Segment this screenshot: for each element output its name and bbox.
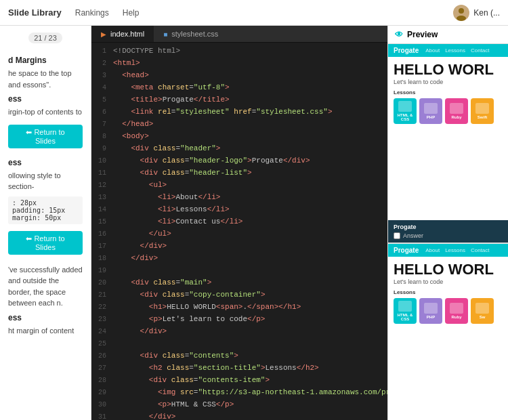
code-line: 21 <div class="copy-container"> (91, 289, 387, 301)
section-desc-3: ht margin of content (8, 325, 83, 337)
code-line: 28 <div class="contents-item"> (91, 375, 387, 387)
tab-css[interactable]: ■ stylesheet.css (154, 26, 228, 42)
preview-bottom-nav-3: Contact (471, 247, 490, 253)
top-nav: Slide Library Rankings Help Ken (... (0, 0, 508, 26)
preview-site-nav-bar: Progate About Lessons Contact (388, 44, 508, 57)
preview-bottom-nav: About Lessons Contact (425, 247, 489, 253)
slide-counter: 21 / 23 (28, 33, 62, 43)
section-text-1: he space to the top and essons". (8, 68, 83, 90)
answer-row: Answer (394, 232, 503, 239)
preview-panel: 👁 Preview Progate About Lessons Contact … (387, 26, 508, 420)
code-line: 8 <body> (91, 131, 387, 143)
preview-card-label-2: PHP (427, 115, 435, 119)
answer-logo: Progate (394, 224, 503, 230)
preview-logo: Progate (394, 47, 419, 54)
return-slides-btn-1[interactable]: ⬅ Return to Slides (8, 125, 83, 148)
code-line: 23 <p>Let's learn to code</p> (91, 314, 387, 326)
code-line: 11 <div class="header-list"> (91, 167, 387, 180)
code-content[interactable]: 1<!DOCTYPE html> 2<html> 3 <head> 4 <met… (91, 43, 387, 420)
preview-nav-1: About (425, 47, 440, 54)
tab-html[interactable]: ▶ index.html (91, 26, 154, 42)
preview-nav-3: Contact (471, 47, 490, 54)
svg-point-0 (459, 8, 464, 14)
code-line: 25 (91, 338, 387, 350)
preview-bottom-card-4: Sw (471, 298, 494, 324)
preview-title: Preview (407, 30, 438, 39)
code-line: 27 <h2 class="section-title">Lessons</h2… (91, 362, 387, 375)
main-layout: 21 / 23 d Margins he space to the top an… (0, 26, 508, 420)
section-code-2: : 28pxpadding: 15pxmargin: 50px (8, 196, 83, 224)
code-line: 30 <p>HTML & CSS</p> (91, 399, 387, 411)
preview-bottom-lessons-label: Lessons (394, 289, 503, 295)
tab-html-label: index.html (110, 30, 144, 38)
code-line: 24 </div> (91, 326, 387, 338)
code-line: 15 <li>Contact us</li> (91, 216, 387, 228)
preview-bottom-nav-bar: Progate About Lessons Contact (388, 244, 508, 257)
code-line: 4 <meta charset="utf-8"> (91, 82, 387, 94)
preview-card-2: PHP (419, 98, 442, 124)
code-line: 26 <div class="contents"> (91, 350, 387, 362)
code-line: 1<!DOCTYPE html> (91, 45, 387, 58)
code-line: 19 (91, 265, 387, 277)
code-line: 16 </ul> (91, 228, 387, 240)
preview-bottom-card-3: Ruby (445, 298, 468, 324)
preview-hero: HELLO WORL Let's learn to code Lessons H… (388, 57, 508, 127)
return-slides-btn-2[interactable]: ⬅ Return to Slides (8, 231, 83, 255)
code-line: 7 </head> (91, 119, 387, 131)
editor-area: ▶ index.html ■ stylesheet.css 1<!DOCTYPE… (91, 26, 387, 420)
code-line: 17 </div> (91, 240, 387, 253)
code-line: 22 <h1>HELLO WORLD<span>.</span></h1> (91, 301, 387, 314)
preview-bottom-card-2: PHP (419, 298, 442, 324)
html-icon: ▶ (101, 30, 106, 38)
section-text-2: ollowing style to section- (8, 170, 83, 192)
preview-header: 👁 Preview (388, 26, 508, 44)
preview-bottom-cards: HTML & CSS PHP Ruby Sw (394, 298, 503, 324)
code-line: 14 <li>Lessons</li> (91, 204, 387, 216)
nav-item-rankings[interactable]: Rankings (75, 8, 109, 18)
answer-checkbox[interactable] (394, 232, 400, 239)
preview-bottom-nav-2: Lessons (445, 247, 465, 253)
eye-icon: 👁 (395, 30, 403, 39)
code-line: 29 <img src="https://s3-ap-northeast-1.a… (91, 387, 387, 399)
preview-bottom-subtitle: Let's learn to code (394, 278, 503, 285)
code-line: 2<html> (91, 58, 387, 70)
section-title-2: ess (8, 158, 83, 167)
answer-section: Progate Answer (388, 220, 508, 243)
preview-site-top: Progate About Lessons Contact HELLO WORL… (388, 44, 508, 220)
preview-bottom-logo: Progate (394, 247, 419, 254)
preview-site-bottom: Progate About Lessons Contact HELLO WORL… (388, 243, 508, 420)
preview-site-nav: About Lessons Contact (425, 47, 489, 54)
code-line: 9 <div class="header"> (91, 143, 387, 155)
preview-bottom-card-1: HTML & CSS (394, 298, 417, 324)
preview-card-label-4: Swift (478, 115, 487, 119)
preview-card-label-3: Ruby (452, 115, 462, 119)
preview-bottom-hero: HELLO WORL Let's learn to code Lessons H… (388, 257, 508, 327)
section-text-3: 've successfully added and outside the b… (8, 264, 83, 309)
preview-subtitle: Let's learn to code (394, 79, 503, 85)
svg-point-1 (457, 16, 466, 21)
preview-card-1: HTML & CSS (394, 98, 417, 124)
code-line: 13 <li>About</li> (91, 192, 387, 204)
preview-card-label-1: HTML & CSS (394, 113, 417, 121)
section-title-1: d Margins (8, 56, 83, 65)
section-subtitle-3: ess (8, 313, 83, 322)
code-line: 10 <div class="header-logo">Progate</div… (91, 155, 387, 167)
nav-item-help[interactable]: Help (123, 8, 140, 18)
tab-css-label: stylesheet.css (171, 30, 218, 38)
code-line: 18 </div> (91, 253, 387, 265)
logo: Slide Library (8, 7, 62, 18)
preview-card-3: Ruby (445, 98, 468, 124)
code-line: 3 <head> (91, 70, 387, 82)
preview-card-4: Swift (471, 98, 494, 124)
css-icon: ■ (163, 30, 167, 38)
nav-user: Ken (... (453, 5, 500, 21)
editor-tabs: ▶ index.html ■ stylesheet.css (91, 26, 387, 43)
section-subtitle-1: ess (8, 94, 83, 104)
code-line: 20 <div class="main"> (91, 277, 387, 289)
preview-bottom-hello: HELLO WORL (394, 262, 503, 277)
preview-lessons-label: Lessons (394, 89, 503, 96)
preview-hello: HELLO WORL (394, 62, 503, 77)
sidebar: 21 / 23 d Margins he space to the top an… (0, 26, 91, 420)
preview-cards: HTML & CSS PHP Ruby Swift (394, 98, 503, 124)
preview-nav-2: Lessons (445, 47, 465, 54)
